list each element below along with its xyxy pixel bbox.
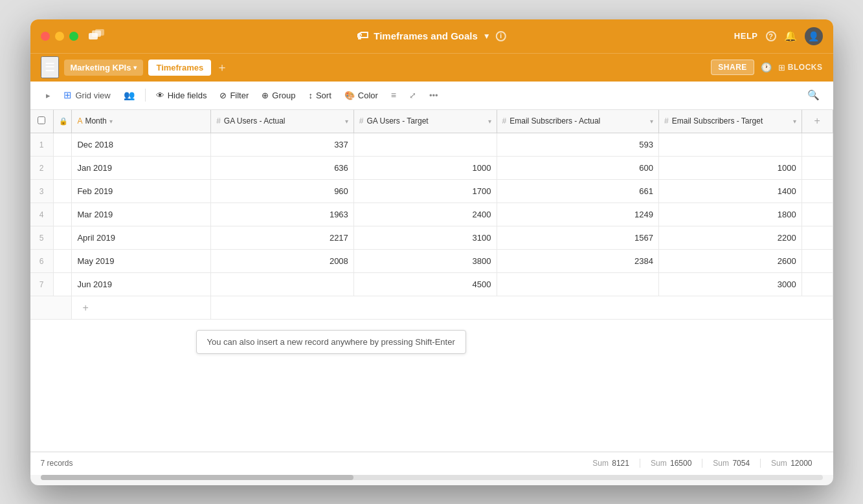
ga-actual-cell[interactable]: 1963 [211,203,354,226]
month-cell[interactable]: May 2019 [72,250,211,273]
help-icon[interactable]: ? [766,31,776,41]
status-sums: Sum 8121 Sum 16500 Sum 7054 Sum 12000 [582,459,822,468]
filter-button[interactable]: ⊘ Filter [214,87,254,104]
app-window: 🏷 Timeframes and Goals ▼ i HELP ? 🔔 👤 ☰ … [30,19,833,485]
ga-actual-column-header[interactable]: # GA Users - Actual ▾ [211,110,354,133]
blocks-button[interactable]: ⊞ BLOCKS [778,63,823,72]
ga-actual-cell[interactable] [211,273,354,296]
ga-target-cell[interactable]: 1000 [353,157,497,180]
table-row[interactable]: 1 Dec 2018 337 593 [30,133,833,157]
month-cell[interactable]: Feb 2019 [72,180,211,203]
ga-target-dropdown-icon[interactable]: ▾ [488,118,491,125]
email-actual-cell[interactable]: 593 [497,133,659,157]
maximize-button[interactable] [69,32,78,41]
ga-target-cell[interactable] [353,133,497,157]
more-button[interactable]: ••• [424,87,443,104]
close-button[interactable] [41,32,50,41]
table-row[interactable]: 7 Jun 2019 4500 3000 [30,273,833,296]
email-actual-cell[interactable]: 2384 [497,250,659,273]
month-cell[interactable]: April 2019 [72,226,211,250]
ga-target-cell[interactable]: 4500 [353,273,497,296]
email-actual-column-header[interactable]: # Email Subscribers - Actual ▾ [497,110,659,133]
workspace-label: Marketing KPIs [71,63,131,72]
email-actual-dropdown-icon[interactable]: ▾ [650,118,653,125]
month-column-header[interactable]: A Month ▾ [72,110,211,133]
ga-target-column-header[interactable]: # GA Users - Target ▾ [353,110,497,133]
timeframes-label: Timeframes [156,63,203,72]
table-row[interactable]: 4 Mar 2019 1963 2400 1249 1800 [30,203,833,226]
ga-actual-cell[interactable]: 337 [211,133,354,157]
table-container[interactable]: 🔒 A Month ▾ # GA Users - Actual [30,110,833,452]
menu-button[interactable]: ☰ [41,56,59,78]
ga-target-cell[interactable]: 1700 [353,180,497,203]
table-row[interactable]: 5 April 2019 2217 3100 1567 2200 [30,226,833,250]
email-target-column-header[interactable]: # Email Subscribers - Target ▾ [659,110,802,133]
email-target-cell[interactable] [659,133,802,157]
grid-view-button[interactable]: ⊞ Grid view [58,86,116,104]
ga-actual-cell[interactable]: 2008 [211,250,354,273]
email-target-cell[interactable]: 1400 [659,180,802,203]
month-cell[interactable]: Dec 2018 [72,133,211,157]
email-actual-cell[interactable] [497,273,659,296]
email-actual-cell[interactable]: 661 [497,180,659,203]
title-info-icon[interactable]: i [496,31,506,41]
title-right: HELP ? 🔔 👤 [734,27,823,45]
add-record-button[interactable]: + [77,302,93,314]
month-cell[interactable]: Jan 2019 [72,157,211,180]
ga-target-cell[interactable]: 2400 [353,203,497,226]
email-target-cell[interactable]: 2600 [659,250,802,273]
ga-actual-header-label: GA Users - Actual [224,116,286,126]
history-icon-button[interactable]: 🕐 [761,62,772,72]
row-height-icon: ≡ [391,90,396,100]
ga-actual-dropdown-icon[interactable]: ▾ [345,118,348,125]
ga-actual-cell[interactable]: 636 [211,157,354,180]
month-cell[interactable]: Mar 2019 [72,203,211,226]
hide-fields-button[interactable]: 👁 Hide fields [151,87,212,104]
table-row[interactable]: 2 Jan 2019 636 1000 600 1000 [30,157,833,180]
table-row[interactable]: 3 Feb 2019 960 1700 661 1400 [30,180,833,203]
team-icon-button[interactable]: 👥 [118,87,140,104]
email-target-dropdown-icon[interactable]: ▾ [793,118,796,125]
color-button[interactable]: 🎨 Color [339,87,383,104]
search-button[interactable]: 🔍 [804,86,823,104]
email-actual-cell[interactable]: 600 [497,157,659,180]
add-tab-button[interactable]: ＋ [216,60,228,75]
select-all-checkbox[interactable] [38,116,45,124]
row-lock [53,250,72,273]
expand-icon-button[interactable]: ▸ [41,87,56,104]
row-height-button[interactable]: ≡ [386,87,401,104]
workspace-button[interactable]: Marketing KPIs ▾ [64,60,144,76]
bell-icon[interactable]: 🔔 [784,30,797,42]
add-row[interactable]: + [30,296,833,320]
email-target-cell[interactable]: 3000 [659,273,802,296]
add-column-header[interactable]: + [801,110,833,133]
ga-actual-cell[interactable]: 960 [211,180,354,203]
group-button[interactable]: ⊕ Group [256,87,300,104]
share-button[interactable]: SHARE [711,60,754,75]
email-target-cell[interactable]: 1000 [659,157,802,180]
ga-target-cell[interactable]: 3800 [353,250,497,273]
scrollbar-thumb[interactable] [41,475,353,480]
add-row-month[interactable]: + [72,296,211,320]
email-actual-cell[interactable]: 1249 [497,203,659,226]
email-target-cell[interactable]: 1800 [659,203,802,226]
row-number: 7 [30,273,54,296]
ga-actual-cell[interactable]: 2217 [211,226,354,250]
minimize-button[interactable] [55,32,64,41]
email-target-cell[interactable]: 2200 [659,226,802,250]
checkbox-header[interactable] [30,110,54,133]
avatar[interactable]: 👤 [805,27,823,45]
ga-target-cell[interactable]: 3100 [353,226,497,250]
window-controls [41,29,106,43]
table-row[interactable]: 6 May 2019 2008 3800 2384 2600 [30,250,833,273]
title-dropdown-icon[interactable]: ▼ [483,32,491,41]
sort-button[interactable]: ↕ Sort [303,87,336,104]
timeframes-tab[interactable]: Timeframes [148,60,211,76]
email-actual-cell[interactable]: 1567 [497,226,659,250]
month-cell[interactable]: Jun 2019 [72,273,211,296]
filter-icon: ⊘ [219,91,227,100]
scrollbar-track[interactable] [41,475,823,480]
nav-bar: ☰ Marketing KPIs ▾ Timeframes ＋ SHARE 🕐 … [30,53,833,82]
expand-button[interactable]: ⤢ [404,87,421,104]
data-table: 🔒 A Month ▾ # GA Users - Actual [30,110,833,320]
